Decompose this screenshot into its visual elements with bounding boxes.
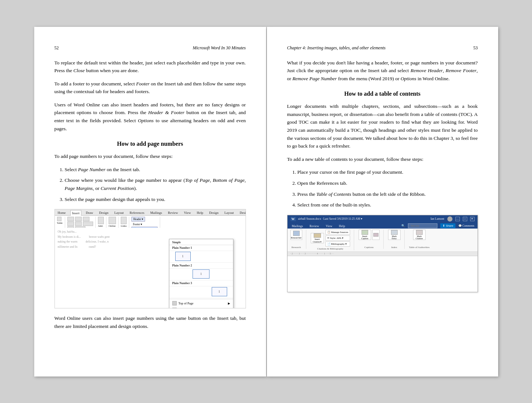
mark-entry-btn[interactable]: MarkEntry [388,230,401,240]
word-ribbon-content: Researcher Research InsertCitation ▾ [288,229,478,252]
bottom-of-page-icon [172,308,177,308]
ruler: · 2 · · · · 1 · · · 3 · · · · · · · · 4 … [288,252,478,256]
top-of-page-label: Top of Page [179,301,194,305]
right-page-title: Chapter 4: Inserting images, tables, and… [287,45,386,51]
chart-icon [83,217,89,221]
doc-millimeter: nillimeter and lis [58,245,78,248]
mark-entry-icon [391,230,398,235]
bibliography-btn[interactable]: 📄 Bibliography ▾ [325,241,350,247]
tab-view[interactable]: View [183,210,193,215]
right-section-heading: How to add a table of contents [287,91,478,97]
header-btn[interactable]: Header ▾ [131,217,145,222]
tab-mailings[interactable]: Mailings [149,210,163,215]
captions-group-label: Captions [364,246,374,249]
cross-reference-btn[interactable] [372,230,380,240]
left-para-1: To replace the default text within the h… [54,59,246,75]
research-group-label: Research [292,246,301,249]
tab-layout[interactable]: Layout [113,210,126,215]
insert-caption-icon [362,230,368,235]
tab-layout2[interactable]: Layout [223,210,235,215]
right-steps-list: Place your cursor on the first page of y… [297,168,478,209]
left-para-3: Users of Word Online can also insert hea… [54,101,246,132]
mark-citation-btn[interactable]: MarkCitation [413,230,426,240]
page-number-dropdown: Simple Plain Number 1 1 Plain Number 2 1 [169,239,233,308]
mark-citation-icon [416,230,423,235]
ribbon-group-captions: InsertCaption Captions [359,230,384,249]
insert-citation-btn[interactable]: InsertCitation ▾ [311,233,324,243]
search-icon: 🔍 [401,224,405,227]
tab-help[interactable]: Help [338,223,347,229]
close-btn[interactable]: ✕ [470,217,475,221]
ribbon-group-table-auth: MarkCitation Table of Authorities [409,230,433,249]
left-page-number: 52 [54,45,59,51]
plain-3-number: 1 [214,289,225,295]
plain-number-2-label: Plain Number 2 [169,263,233,269]
mark-citation-label: MarkCitation [416,235,423,240]
ruler-label: · 2 · · · · 1 · · · 3 · · · · · · · · 4 … [290,252,334,255]
word-screenshot-right: W airball Season.docx · Last Saved 3/6/2… [287,215,478,292]
word-screenshot-left: Home Insert Draw Design Layout Reference… [54,209,246,308]
left-section-heading: How to add page numbers [54,141,246,147]
doc-ound: ound? [78,245,96,248]
links-label: Links [121,225,127,227]
tab-help[interactable]: Help [195,210,205,215]
left-page-header: 52 Microsoft Word In 30 Minutes [54,45,246,51]
dropdown-top-of-page[interactable]: Top of Page ▶ [169,300,233,307]
dropdown-bottom-of-page[interactable]: Bottom of Page ▶ [169,307,233,308]
researcher-label: Researcher [291,236,302,239]
bottom-of-page-label: Bottom of Page [179,308,198,308]
tab-review[interactable]: Review [166,210,180,215]
tab-references[interactable]: References [128,210,146,215]
top-of-page-icon [172,301,177,305]
tab-design2[interactable]: Design [208,210,220,215]
right-step-3: Press the Table of Contents button on th… [297,190,478,198]
links-icon [121,217,127,224]
screenshot-icon [83,222,93,226]
tell-me-search[interactable] [408,223,437,228]
style-icon: ✏ [327,237,330,240]
plain-number-1-preview[interactable]: 1 [169,251,233,263]
doc-breeze: breeze wafts gent [82,235,110,238]
online-icon [109,217,116,224]
share-button[interactable]: ⬆ Share [440,223,455,228]
tab-design[interactable]: Design [98,210,110,215]
insert-caption-btn[interactable]: InsertCaption [359,230,371,240]
left-after-screenshot: Word Online users can also insert page n… [54,314,246,330]
book-spread: 52 Microsoft Word In 30 Minutes To repla… [34,27,498,377]
manage-sources-icon: 📋 [327,231,331,234]
addins-icon [98,217,104,224]
comments-button[interactable]: 💬 Comments [458,224,474,227]
maximize-btn[interactable]: □ [463,217,467,221]
footer-btn[interactable]: Footer ▾ [131,222,144,226]
tab-mailings[interactable]: Mailings [290,223,304,229]
plain-number-1-label: Plain Number 1 [169,245,233,251]
bottom-arrow: ▶ [228,308,230,309]
ribbon-group-index: MarkEntry Index [388,230,405,249]
top-arrow: ▶ [228,302,230,305]
pictures-icon [67,217,74,221]
researcher-btn[interactable]: Researcher [290,230,302,240]
plain-number-3-preview[interactable]: 1 [169,286,233,298]
style-btn[interactable]: ✏ Style: APA ▾ [325,236,350,241]
manage-sources-btn[interactable]: 📋 Manage Sources [325,230,350,235]
tab-home[interactable]: Home [56,210,67,215]
doc-placeholder-text: Oh joy, hairba... [58,230,77,233]
plain-number-2-preview[interactable]: 1 [169,269,233,280]
word-title-left: W airball Season.docx · Last Saved 3/6/2… [290,217,363,221]
minimize-btn[interactable]: — [455,217,460,221]
icons-icon [75,217,82,221]
left-step-1: Select Page Number on the Insert tab. [65,166,246,174]
tab-view[interactable]: View [324,223,334,229]
tab-design3[interactable]: Design [238,210,246,215]
citations-group-label: Citations & Bibliography [317,247,343,250]
illus-row2 [67,222,93,226]
word-logo: W [290,217,296,221]
online-pic-icon [67,222,74,226]
plain-1-number: 1 [178,253,188,259]
doc-placeholder-text2: My bedroom is di... [58,235,81,238]
3d-models-icon [75,222,82,226]
insert-caption-label: InsertCaption [361,235,368,240]
tab-review[interactable]: Review [308,223,321,229]
tab-draw[interactable]: Draw [84,210,95,215]
tab-insert[interactable]: Insert [70,210,82,216]
